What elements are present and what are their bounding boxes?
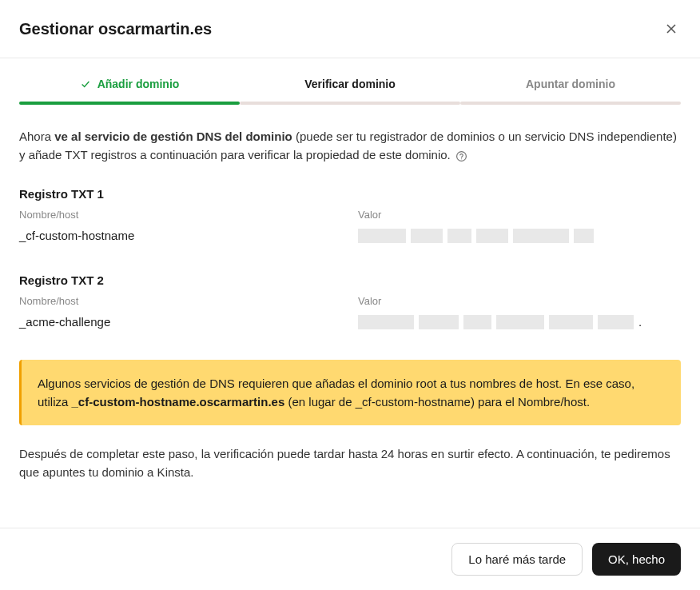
done-button[interactable]: OK, hecho	[592, 543, 681, 576]
progress-segment-1	[19, 102, 240, 105]
redacted-bar	[513, 229, 569, 243]
intro-before: Ahora	[19, 130, 54, 143]
modal-title: Gestionar oscarmartin.es	[19, 20, 212, 38]
redacted-bar	[496, 315, 544, 329]
modal-header: Gestionar oscarmartin.es	[0, 0, 700, 58]
record2-value-redacted: .	[358, 315, 681, 329]
completion-note: Después de completar este paso, la verif…	[19, 444, 681, 482]
tab-point-label: Apuntar dominio	[526, 78, 615, 90]
intro-text: Ahora ve al servicio de gestión DNS del …	[19, 127, 681, 165]
record2-name-label: Nombre/host	[19, 295, 339, 307]
record1-grid: Nombre/host _cf-custom-hostname Valor	[19, 209, 681, 243]
tab-add-domain[interactable]: Añadir dominio	[19, 78, 240, 102]
modal-body: Ahora ve al servicio de gestión DNS del …	[0, 127, 700, 528]
alert-bold: _cf-custom-hostname.oscarmartin.es	[72, 395, 285, 409]
tab-point-domain[interactable]: Apuntar dominio	[460, 78, 681, 102]
record1-name-label: Nombre/host	[19, 209, 339, 221]
redacted-period: .	[638, 315, 642, 329]
alert-after: (en lugar de _cf-custom-hostname) para e…	[284, 395, 590, 409]
redacted-bar	[411, 229, 443, 243]
txt-record-2: Registro TXT 2 Nombre/host _acme-challen…	[19, 273, 681, 329]
close-button[interactable]	[662, 19, 681, 38]
record2-title: Registro TXT 2	[19, 273, 681, 287]
tab-verify-domain[interactable]: Verificar dominio	[240, 78, 460, 102]
redacted-bar	[574, 229, 594, 243]
record1-name-col: Nombre/host _cf-custom-hostname	[19, 209, 339, 243]
record2-name-col: Nombre/host _acme-challenge	[19, 295, 339, 329]
redacted-bar	[476, 229, 508, 243]
redacted-bar	[549, 315, 593, 329]
progress-segment-2	[240, 102, 460, 105]
redacted-bar	[419, 315, 459, 329]
record2-value-label: Valor	[358, 295, 681, 307]
record1-name-value: _cf-custom-hostname	[19, 229, 339, 242]
stepper-tabs: Añadir dominio Verificar dominio Apuntar…	[0, 78, 700, 102]
record2-grid: Nombre/host _acme-challenge Valor .	[19, 295, 681, 329]
record1-value-redacted	[358, 229, 681, 243]
modal-footer: Lo haré más tarde OK, hecho	[0, 528, 700, 590]
help-icon[interactable]	[455, 150, 467, 162]
progress-segment-3	[460, 102, 681, 105]
tab-add-label: Añadir dominio	[97, 78, 180, 90]
stepper-progress	[0, 102, 700, 105]
check-icon	[80, 78, 91, 90]
close-icon	[665, 22, 678, 35]
redacted-bar	[463, 315, 491, 329]
txt-record-1: Registro TXT 1 Nombre/host _cf-custom-ho…	[19, 187, 681, 243]
svg-point-2	[457, 151, 467, 161]
record2-name-value: _acme-challenge	[19, 315, 339, 329]
record1-value-label: Valor	[358, 209, 681, 221]
record1-title: Registro TXT 1	[19, 187, 681, 201]
redacted-bar	[358, 229, 406, 243]
tab-verify-label: Verificar dominio	[304, 78, 396, 90]
svg-point-3	[461, 158, 462, 159]
alert-box: Algunos servicios de gestión de DNS requ…	[19, 360, 681, 426]
record1-value-col: Valor	[358, 209, 681, 243]
manage-domain-modal: Gestionar oscarmartin.es Añadir dominio …	[0, 0, 700, 590]
redacted-bar	[447, 229, 471, 243]
later-button[interactable]: Lo haré más tarde	[451, 543, 583, 576]
redacted-bar	[358, 315, 414, 329]
record2-value-col: Valor .	[358, 295, 681, 329]
redacted-bar	[598, 315, 634, 329]
intro-bold: ve al servicio de gestión DNS del domini…	[54, 130, 292, 143]
